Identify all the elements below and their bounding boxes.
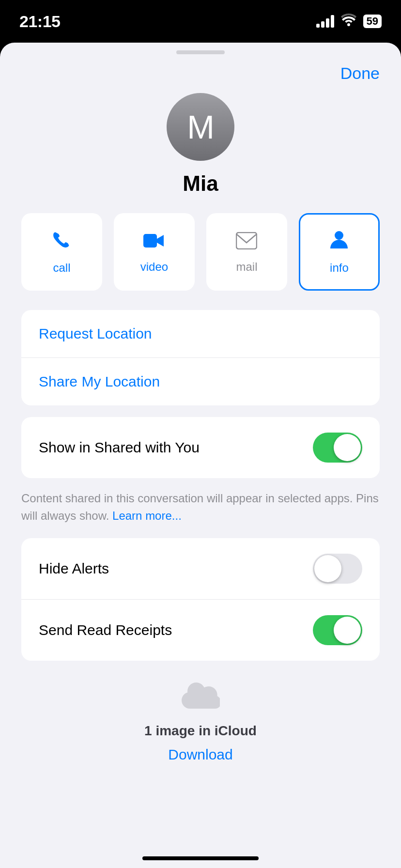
sheet-handle [176,50,225,54]
alerts-card: Hide Alerts Send Read Receipts [21,538,380,661]
svg-rect-0 [143,234,157,248]
toggle-knob-receipts [334,617,361,644]
home-indicator [142,856,259,860]
send-receipts-row: Send Read Receipts [21,599,380,661]
toggle-knob-alerts [314,555,341,582]
mail-label: mail [236,260,257,274]
avatar-initial: M [187,108,214,146]
hide-alerts-row: Hide Alerts [21,538,380,599]
svg-rect-1 [236,232,257,249]
main-sheet: Done M Mia call video [0,43,401,868]
icloud-label: 1 image in iCloud [144,723,257,739]
signal-bar-1 [316,24,320,28]
video-button[interactable]: video [114,213,195,291]
share-location-label: Share My Location [39,373,160,390]
mail-button[interactable]: mail [206,213,287,291]
hide-alerts-toggle[interactable] [313,554,362,584]
icloud-icon [181,682,220,715]
signal-bar-4 [331,15,334,28]
learn-more-link[interactable]: Learn more... [112,509,182,522]
send-receipts-toggle[interactable] [313,615,362,645]
action-row: call video mail [0,213,401,291]
phone-icon [51,229,72,255]
battery-icon: 59 [363,15,382,28]
done-button[interactable]: Done [340,64,380,83]
video-label: video [140,260,168,274]
signal-bar-3 [326,18,329,28]
mail-icon [236,230,257,254]
shared-with-you-label: Show in Shared with You [39,439,200,456]
shared-with-you-card: Show in Shared with You [21,417,380,478]
shared-with-you-description: Content shared in this conversation will… [21,490,380,525]
location-card: Request Location Share My Location [21,310,380,405]
status-time: 21:15 [19,12,60,31]
icloud-section: 1 image in iCloud Download [0,672,401,773]
request-location-row[interactable]: Request Location [21,310,380,357]
avatar: M [167,93,234,161]
video-icon [143,230,165,254]
signal-icon [316,15,334,28]
signal-bar-2 [321,21,324,28]
shared-with-you-toggle[interactable] [313,433,362,463]
request-location-label: Request Location [39,326,152,342]
shared-with-you-row: Show in Shared with You [21,417,380,478]
send-receipts-label: Send Read Receipts [39,622,172,638]
status-bar: 21:15 59 [0,0,401,43]
status-icons: 59 [316,14,382,30]
info-person-icon [328,229,350,255]
toggle-knob [334,434,361,461]
info-label: info [330,261,349,275]
call-button[interactable]: call [21,213,102,291]
wifi-icon [341,14,356,30]
svg-point-2 [335,231,343,240]
contact-name: Mia [183,171,218,196]
download-button[interactable]: Download [168,746,232,763]
hide-alerts-label: Hide Alerts [39,560,109,577]
call-label: call [53,261,70,275]
battery-level: 59 [367,15,378,28]
info-button[interactable]: info [299,213,380,291]
share-location-row[interactable]: Share My Location [21,357,380,405]
